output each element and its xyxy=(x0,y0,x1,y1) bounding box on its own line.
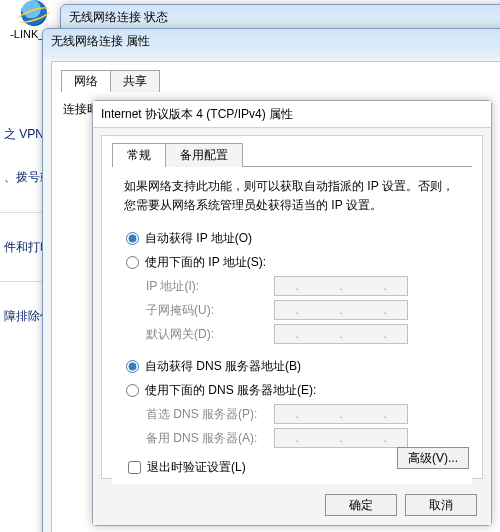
tab-general[interactable]: 常规 xyxy=(112,143,166,167)
radio-ip-manual[interactable] xyxy=(126,256,139,269)
tab-network[interactable]: 网络 xyxy=(61,70,111,92)
dialog-footer: 确定 取消 xyxy=(93,485,491,525)
input-dns-preferred: ... xyxy=(274,404,408,424)
tab-general-panel: 如果网络支持此功能，则可以获取自动指派的 IP 设置。否则，您需要从网络系统管理… xyxy=(112,167,472,484)
radio-dns-auto-label: 自动获得 DNS 服务器地址(B) xyxy=(145,358,301,375)
description-text: 如果网络支持此功能，则可以获取自动指派的 IP 设置。否则，您需要从网络系统管理… xyxy=(124,177,460,215)
advanced-button[interactable]: 高级(V)... xyxy=(397,447,469,469)
input-subnet-mask: ... xyxy=(274,300,408,320)
checkbox-validate-on-exit[interactable] xyxy=(128,461,141,474)
window-body: 常规 备用配置 如果网络支持此功能，则可以获取自动指派的 IP 设置。否则，您需… xyxy=(101,135,483,479)
radio-dns-manual[interactable] xyxy=(126,384,139,397)
radio-ip-auto-label: 自动获得 IP 地址(O) xyxy=(145,230,252,247)
radio-ip-auto[interactable] xyxy=(126,232,139,245)
label-ip-address: IP 地址(I): xyxy=(146,278,274,295)
window-ipv4-properties: Internet 协议版本 4 (TCP/IPv4) 属性 常规 备用配置 如果… xyxy=(92,100,492,526)
window-title: 无线网络连接 属性 xyxy=(43,29,500,53)
ok-button[interactable]: 确定 xyxy=(325,494,397,516)
window-title: 无线网络连接 状态 xyxy=(61,5,500,29)
tab-alt[interactable]: 备用配置 xyxy=(165,143,243,167)
label-default-gateway: 默认网关(D): xyxy=(146,326,274,343)
input-ip-address: ... xyxy=(274,276,408,296)
radio-dns-auto[interactable] xyxy=(126,360,139,373)
label-dns-preferred: 首选 DNS 服务器(P): xyxy=(146,406,274,423)
checkbox-validate-on-exit-label: 退出时验证设置(L) xyxy=(147,459,246,476)
input-dns-alternate: ... xyxy=(274,428,408,448)
input-default-gateway: ... xyxy=(274,324,408,344)
ip-group: 自动获得 IP 地址(O) 使用下面的 IP 地址(S): IP 地址(I): … xyxy=(124,227,460,345)
label-dns-alternate: 备用 DNS 服务器(A): xyxy=(146,430,274,447)
radio-ip-manual-label: 使用下面的 IP 地址(S): xyxy=(145,254,266,271)
radio-dns-manual-label: 使用下面的 DNS 服务器地址(E): xyxy=(145,382,316,399)
tabstrip: 网络 共享 xyxy=(61,69,159,91)
dns-group: 自动获得 DNS 服务器地址(B) 使用下面的 DNS 服务器地址(E): 首选… xyxy=(124,355,460,449)
label-subnet-mask: 子网掩码(U): xyxy=(146,302,274,319)
tabstrip: 常规 备用配置 xyxy=(112,142,482,166)
cancel-button[interactable]: 取消 xyxy=(405,494,477,516)
ie-icon xyxy=(21,0,47,26)
tab-share[interactable]: 共享 xyxy=(110,70,160,92)
window-title: Internet 协议版本 4 (TCP/IPv4) 属性 xyxy=(93,101,491,128)
